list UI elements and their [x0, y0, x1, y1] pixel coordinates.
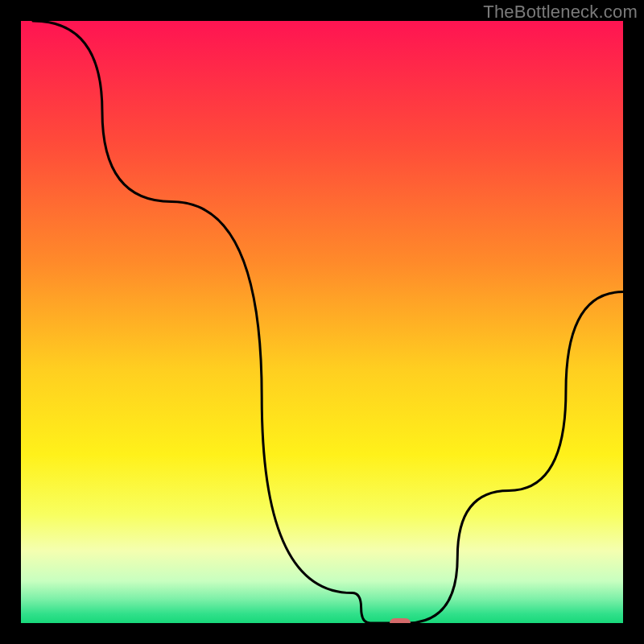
bottleneck-curve [21, 21, 623, 623]
chart-frame: TheBottleneck.com [0, 0, 644, 644]
watermark-text: TheBottleneck.com [483, 2, 638, 23]
plot-area [21, 21, 623, 623]
optimal-point-marker [390, 618, 411, 623]
